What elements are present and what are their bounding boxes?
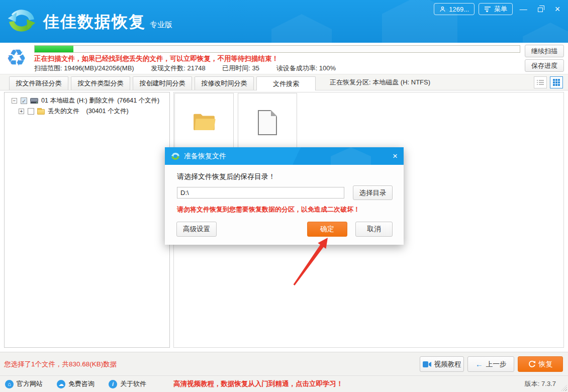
- save-path-input[interactable]: [177, 187, 344, 199]
- about-software-link[interactable]: i 关于软件: [109, 379, 146, 388]
- free-consult-link[interactable]: ☁ 免费咨询: [57, 379, 94, 388]
- footer-link-label: 免费咨询: [68, 379, 94, 388]
- recycle-icon: ♻: [6, 43, 27, 73]
- progress-fill: [35, 46, 73, 52]
- save-progress-button[interactable]: 保存进度: [525, 59, 564, 72]
- home-icon: ⌂: [5, 380, 14, 388]
- selection-summary: 您选择了1个文件，共830.68(KB)数据: [4, 360, 117, 369]
- app-title: 佳佳数据恢复: [43, 11, 146, 33]
- folder-icon: [37, 108, 45, 115]
- tab-bar: 按文件路径分类 按文件类型分类 按创建时间分类 按修改时间分类 文件搜索 正在恢…: [0, 74, 568, 90]
- prev-button-label: 上一步: [486, 360, 507, 369]
- tree-item-count: (76641 个文件): [117, 96, 159, 105]
- decor-cube: [523, 23, 568, 43]
- minimize-button[interactable]: —: [517, 3, 530, 15]
- app-logo-icon: [7, 6, 36, 35]
- tree-item-label: 01 本地磁盘 (H:) 删除文件: [41, 96, 114, 105]
- tutorial-promo-text[interactable]: 高清视频教程，数据恢复从入门到精通，点击立即学习！: [173, 379, 343, 388]
- scan-section: ♻ 正在扫描文件，如果已经找到您丢失的文件，可以立即恢复，不用等待扫描结束！ 扫…: [0, 43, 568, 74]
- save-dir-label: 请选择文件恢复后的保存目录！: [177, 172, 275, 181]
- scan-found: 发现文件数: 21748: [151, 64, 205, 72]
- scan-rate: 读设备成功率: 100%: [276, 64, 336, 72]
- refresh-icon: [528, 360, 536, 368]
- dialog-logo-icon: [171, 152, 180, 161]
- video-tutorial-button[interactable]: 视频教程: [420, 356, 464, 372]
- file-cell-document[interactable]: [238, 93, 297, 152]
- expand-icon[interactable]: +: [19, 109, 24, 114]
- collapse-icon[interactable]: −: [12, 98, 17, 104]
- user-account-button[interactable]: 1269...: [434, 3, 475, 15]
- dialog-title: 准备恢复文件: [184, 152, 226, 161]
- scan-status-text: 正在扫描文件，如果已经找到您丢失的文件，可以立即恢复，不用等待扫描结束！: [34, 54, 278, 63]
- user-icon: [439, 6, 446, 13]
- scan-info-line: 扫描范围: 19496(MB)/242056(MB) 发现文件数: 21748 …: [34, 64, 351, 73]
- previous-step-button[interactable]: ← 上一步: [467, 356, 514, 372]
- consult-icon: ☁: [57, 380, 65, 388]
- info-icon: i: [109, 380, 117, 388]
- tab-by-file-type[interactable]: 按文件类型分类: [71, 76, 130, 90]
- footer-link-label: 关于软件: [120, 379, 146, 388]
- dialog-warning-text: 请勿将文件恢复到您需要恢复数据的分区，以免造成二次破坏！: [177, 205, 360, 214]
- maximize-button[interactable]: [534, 3, 547, 15]
- user-button-label: 1269...: [449, 6, 469, 13]
- tab-by-create-time[interactable]: 按创建时间分类: [133, 76, 192, 90]
- tree-checkbox-unchecked[interactable]: [28, 108, 34, 115]
- video-button-label: 视频教程: [434, 360, 461, 369]
- tab-file-search[interactable]: 文件搜索: [256, 76, 316, 90]
- recover-button-label: 恢复: [539, 360, 553, 369]
- menu-icon: [484, 6, 491, 13]
- folder-large-icon: [193, 112, 216, 133]
- tree-item-lost-files[interactable]: + 丢失的文件 (30401 个文件): [19, 107, 169, 116]
- version-label: 版本: 7.3.7: [525, 379, 556, 388]
- tree-checkbox-checked[interactable]: ✓: [21, 97, 27, 104]
- document-large-icon: [258, 110, 277, 135]
- recover-dialog: 准备恢复文件 × 请选择文件恢复后的保存目录！ 选择目录 请勿将文件恢复到您需要…: [165, 147, 404, 245]
- decor-cube: [271, 14, 332, 43]
- tree-item-count: (30401 个文件): [86, 107, 129, 116]
- cancel-button[interactable]: 取消: [355, 222, 393, 237]
- partition-info: 正在恢复分区: 本地磁盘 (H: NTFS): [330, 74, 430, 90]
- maximize-icon: [538, 8, 543, 12]
- titlebar: 佳佳数据恢复 专业版 1269... 菜单 — ×: [0, 0, 568, 43]
- grid-view-icon[interactable]: [550, 76, 563, 88]
- video-camera-icon: [423, 361, 431, 367]
- official-website-link[interactable]: ⌂ 官方网站: [5, 379, 43, 388]
- footer-bar: ⌂ 官方网站 ☁ 免费咨询 i 关于软件 高清视频教程，数据恢复从入门到精通，点…: [0, 375, 568, 392]
- close-button[interactable]: ×: [551, 3, 564, 15]
- titlebar-controls: 1269... 菜单 — ×: [434, 3, 564, 15]
- tree-item-label: 丢失的文件: [48, 107, 79, 116]
- dialog-close-icon[interactable]: ×: [393, 152, 398, 160]
- recover-button[interactable]: 恢复: [518, 356, 563, 372]
- resize-grip[interactable]: [561, 385, 567, 391]
- tab-by-file-path[interactable]: 按文件路径分类: [9, 76, 68, 90]
- tree-item-local-disk[interactable]: − ✓ 01 本地磁盘 (H:) 删除文件 (76641 个文件): [12, 96, 169, 105]
- disk-icon: [30, 97, 38, 104]
- list-view-icon[interactable]: [534, 76, 547, 88]
- file-cell-folder[interactable]: [174, 93, 234, 152]
- back-arrow-icon: ←: [476, 360, 483, 368]
- select-directory-button[interactable]: 选择目录: [353, 185, 393, 200]
- scan-range: 扫描范围: 19496(MB)/242056(MB): [34, 64, 134, 72]
- continue-scan-button[interactable]: 继续扫描: [525, 45, 564, 57]
- menu-button-label: 菜单: [494, 5, 507, 14]
- scan-time: 已用时间: 35: [222, 64, 259, 72]
- tab-by-modify-time[interactable]: 按修改时间分类: [195, 76, 254, 90]
- advanced-settings-button[interactable]: 高级设置: [176, 222, 217, 237]
- ok-button[interactable]: 确定: [307, 222, 347, 237]
- dialog-body: 请选择文件恢复后的保存目录！ 选择目录 请勿将文件恢复到您需要恢复数据的分区，以…: [165, 165, 404, 245]
- scan-progress-bar: [34, 45, 520, 53]
- status-bar: 您选择了1个文件，共830.68(KB)数据 视频教程 ← 上一步 恢复: [0, 352, 568, 375]
- dialog-titlebar: 准备恢复文件 ×: [165, 147, 404, 165]
- menu-button[interactable]: 菜单: [479, 3, 513, 15]
- footer-link-label: 官方网站: [17, 379, 43, 388]
- app-edition: 专业版: [150, 20, 172, 30]
- folder-tree-panel: − ✓ 01 本地磁盘 (H:) 删除文件 (76641 个文件) + 丢失的文…: [4, 92, 170, 348]
- decor-cube: [331, 147, 371, 165]
